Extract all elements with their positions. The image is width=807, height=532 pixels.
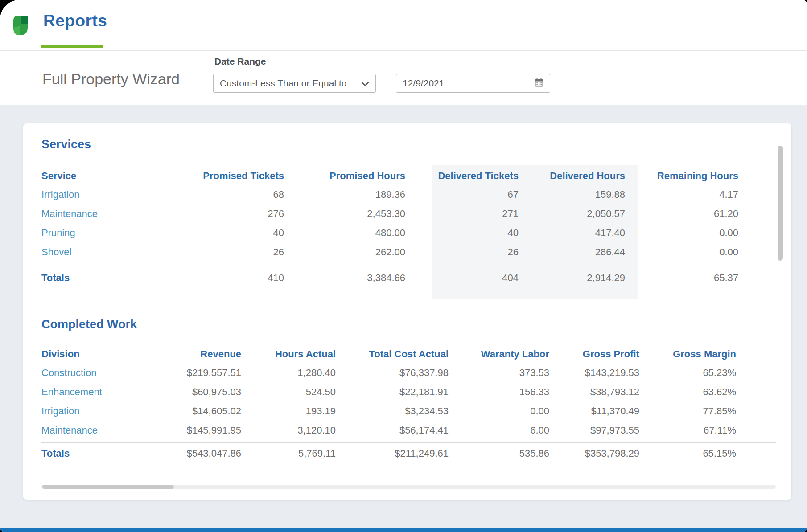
cell: $11,370.49 <box>549 405 639 417</box>
cell: 0.00 <box>625 246 738 258</box>
services-table: Service Promised Tickets Promised Hours … <box>41 167 776 289</box>
total-cell: 3,384.66 <box>284 272 405 284</box>
column-header-promised-hours: Promised Hours <box>284 170 405 182</box>
horizontal-scrollbar-thumb[interactable] <box>42 485 174 489</box>
report-card: Services Service Promised Tickets Promis… <box>23 123 791 500</box>
table-row: Maintenance 276 2,453.30 271 2,050.57 61… <box>41 204 776 223</box>
cell: 1,280.40 <box>241 367 336 379</box>
cell: 262.00 <box>284 246 405 258</box>
page-title: Reports <box>43 12 107 30</box>
horizontal-scrollbar[interactable] <box>41 485 776 489</box>
cell: 0.00 <box>449 405 549 417</box>
cell: 524.50 <box>241 386 336 398</box>
cell: 26 <box>166 246 284 258</box>
total-cell: $353,798.29 <box>549 448 639 459</box>
services-heading: Services <box>41 138 91 151</box>
service-link[interactable]: Maintenance <box>41 208 166 220</box>
cell: 67.11% <box>639 425 736 436</box>
division-link[interactable]: Enhancement <box>41 386 166 398</box>
cell: 193.19 <box>241 405 336 417</box>
column-header-hours-actual: Hours Actual <box>241 348 336 360</box>
table-row: Enhancement $60,975.03 524.50 $22,181.91… <box>41 382 776 401</box>
cell: $56,174.41 <box>336 425 449 436</box>
table-row: Irrigation 68 189.36 67 159.88 4.17 <box>41 185 776 204</box>
cell: 286.44 <box>519 246 625 258</box>
division-link[interactable]: Irrigation <box>41 405 166 417</box>
cell: 65.23% <box>639 367 736 379</box>
column-header-remaining-hours: Remaining Hours <box>625 170 738 182</box>
screen: Reports Full Property Wizard Date Range … <box>0 0 807 532</box>
column-header-promised-tickets: Promised Tickets <box>166 170 284 182</box>
calendar-icon[interactable] <box>535 78 543 89</box>
cell: 480.00 <box>284 227 405 239</box>
table-row: Maintenance $145,991.95 3,120.10 $56,174… <box>41 421 776 440</box>
cell: 67 <box>405 189 519 201</box>
column-header-delivered-hours: Delivered Hours <box>519 170 625 182</box>
cell: $76,337.98 <box>336 367 449 379</box>
chevron-down-icon <box>361 78 369 89</box>
leaf-icon[interactable] <box>11 14 30 37</box>
cell: 6.00 <box>449 425 549 436</box>
active-tab-underline <box>41 45 103 48</box>
column-header-division: Division <box>41 348 166 360</box>
total-cell: $211,249.61 <box>336 448 449 459</box>
totals-label: Totals <box>41 448 166 459</box>
cell: 40 <box>166 227 284 239</box>
app-header: Reports <box>0 0 807 51</box>
cell: $22,181.91 <box>336 386 449 398</box>
cell: 3,120.10 <box>241 425 336 436</box>
cell: $145,991.95 <box>166 425 241 436</box>
completed-work-table: Division Revenue Hours Actual Total Cost… <box>41 345 776 464</box>
service-link[interactable]: Shovel <box>41 246 166 258</box>
date-input-value: 12/9/2021 <box>403 78 444 89</box>
table-row: Pruning 40 480.00 40 417.40 0.00 <box>41 223 776 242</box>
cell: $14,605.02 <box>166 405 241 417</box>
cell: 40 <box>405 227 519 239</box>
cell: 417.40 <box>519 227 625 239</box>
total-cell: 65.15% <box>639 448 736 459</box>
vertical-scrollbar[interactable] <box>778 146 783 261</box>
total-cell: 65.37 <box>625 272 738 284</box>
column-header-delivered-tickets: Delivered Tickets <box>405 170 519 182</box>
column-header-revenue: Revenue <box>166 348 241 360</box>
column-header-total-cost-actual: Total Cost Actual <box>336 348 449 360</box>
service-link[interactable]: Pruning <box>41 227 166 239</box>
division-link[interactable]: Construction <box>41 367 166 379</box>
cell: 159.88 <box>519 189 625 201</box>
total-cell: 410 <box>166 272 284 284</box>
completed-work-totals-row: Totals $543,047.86 5,769.11 $211,249.61 … <box>41 443 776 464</box>
cell: 2,050.57 <box>519 208 625 220</box>
report-title: Full Property Wizard <box>42 70 180 88</box>
table-row: Irrigation $14,605.02 193.19 $3,234.53 0… <box>41 401 776 421</box>
services-totals-row: Totals 410 3,384.66 404 2,914.29 65.37 <box>41 267 776 289</box>
cell: $219,557.51 <box>166 367 241 379</box>
date-range-operator-select[interactable]: Custom-Less Than or Equal to <box>213 74 376 93</box>
totals-label: Totals <box>41 272 166 284</box>
total-cell: 535.86 <box>449 448 549 459</box>
app-window: Reports Full Property Wizard Date Range … <box>0 0 807 532</box>
total-cell: 5,769.11 <box>241 448 336 459</box>
column-header-waranty-labor: Waranty Labor <box>449 348 549 360</box>
date-input[interactable]: 12/9/2021 <box>396 74 550 93</box>
cell: $97,973.55 <box>549 425 639 436</box>
cell: 0.00 <box>625 227 738 239</box>
column-header-service: Service <box>41 170 166 182</box>
total-cell: 2,914.29 <box>519 272 625 284</box>
division-link[interactable]: Maintenance <box>41 425 166 436</box>
completed-work-header-row: Division Revenue Hours Actual Total Cost… <box>41 345 776 363</box>
service-link[interactable]: Irrigation <box>41 189 166 201</box>
cell: 276 <box>166 208 284 220</box>
cell: $143,219.53 <box>549 367 639 379</box>
cell: $60,975.03 <box>166 386 241 398</box>
cell: 26 <box>405 246 519 258</box>
completed-work-heading: Completed Work <box>41 318 137 331</box>
cell: 68 <box>166 189 284 201</box>
cell: $38,793.12 <box>549 386 639 398</box>
cell: 373.53 <box>449 367 549 379</box>
table-row: Shovel 26 262.00 26 286.44 0.00 <box>41 242 776 262</box>
cell: 156.33 <box>449 386 549 398</box>
bottom-accent-bar <box>0 528 807 532</box>
cell: 271 <box>405 208 519 220</box>
column-header-gross-profit: Gross Profit <box>549 348 639 360</box>
cell: 77.85% <box>639 405 736 417</box>
